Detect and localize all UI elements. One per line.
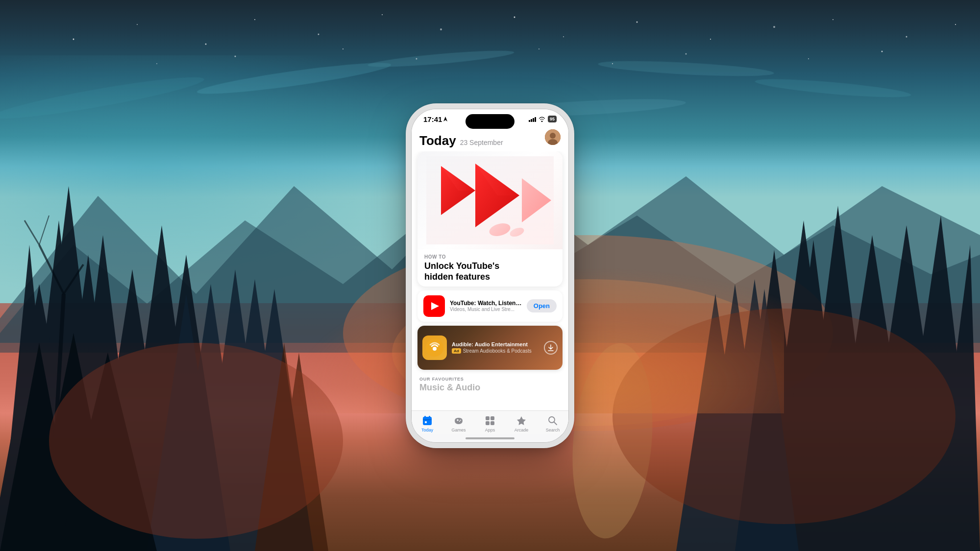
section-label: OUR FAVOURITES [419, 377, 561, 382]
games-tab-icon [453, 415, 465, 427]
audible-icon [422, 335, 447, 360]
svg-point-85 [433, 347, 437, 351]
arcade-tab-label: Arcade [514, 428, 529, 432]
svg-point-95 [459, 421, 460, 422]
avatar[interactable] [545, 129, 561, 145]
dynamic-island [466, 114, 514, 129]
wifi-icon [539, 116, 545, 122]
ad-name: Audible: Audio Entertainment [452, 341, 539, 347]
svg-rect-98 [486, 421, 490, 425]
feature-title: Unlock YouTube's hidden features [424, 261, 556, 283]
section-header: OUR FAVOURITES Music & Audio [412, 374, 568, 392]
feature-info: HOW TO Unlock YouTube's hidden features [417, 249, 563, 287]
arcade-tab-icon [515, 415, 527, 427]
phone-mockup: 17:41 95 [412, 109, 568, 442]
status-icons: 95 [529, 116, 557, 122]
svg-rect-90 [423, 419, 432, 420]
audible-logo [426, 339, 443, 357]
signal-icon [529, 116, 536, 122]
ad-card-audible[interactable]: Audible: Audio Entertainment Ad Stream A… [417, 326, 563, 370]
feature-image [417, 151, 563, 249]
apps-tab-icon [484, 415, 496, 427]
svg-line-101 [554, 422, 557, 425]
scroll-content: HOW TO Unlock YouTube's hidden features … [412, 151, 568, 434]
feature-artwork [426, 156, 554, 244]
tab-today[interactable]: Today [412, 415, 443, 432]
arcade-icon [516, 415, 527, 426]
svg-rect-88 [424, 416, 426, 418]
app-info: YouTube: Watch, Listen, Stream Videos, M… [450, 300, 522, 312]
app-store-content: Today 23 September [412, 125, 568, 434]
tab-apps[interactable]: Apps [474, 415, 506, 432]
today-date: 23 September [460, 139, 503, 146]
svg-rect-99 [490, 421, 494, 425]
search-tab-icon [547, 415, 559, 427]
svg-rect-91 [425, 421, 427, 423]
search-icon [547, 415, 558, 426]
apps-icon [485, 415, 495, 426]
iphone-frame: 17:41 95 [412, 109, 568, 442]
header-left: Today 23 September [419, 133, 503, 148]
ad-badge: Ad [452, 348, 461, 354]
games-tab-label: Games [451, 428, 466, 432]
svg-point-94 [460, 420, 461, 421]
open-button[interactable]: Open [527, 299, 557, 312]
svg-rect-89 [429, 416, 430, 418]
app-header: Today 23 September [412, 125, 568, 151]
youtube-icon [423, 295, 445, 317]
ad-info: Audible: Audio Entertainment Ad Stream A… [452, 341, 539, 354]
svg-rect-87 [423, 417, 432, 425]
ad-badge-row: Ad Stream Audiobooks & Podcasts [452, 348, 539, 354]
tab-games[interactable]: Games [443, 415, 474, 432]
tab-search[interactable]: Search [537, 415, 568, 432]
avatar-image [545, 129, 561, 145]
status-time: 17:41 [423, 115, 447, 123]
app-row-youtube[interactable]: YouTube: Watch, Listen, Stream Videos, M… [417, 290, 563, 322]
ad-overlay: Audible: Audio Entertainment Ad Stream A… [417, 326, 563, 370]
download-icon [547, 344, 554, 351]
today-icon [422, 415, 433, 426]
svg-point-74 [550, 133, 556, 139]
section-title-area: Music & Audio [419, 382, 561, 391]
svg-rect-97 [490, 416, 494, 420]
today-tab-icon [421, 415, 433, 427]
today-title: Today [419, 133, 456, 148]
tab-arcade[interactable]: Arcade [506, 415, 537, 432]
ad-subtitle: Stream Audiobooks & Podcasts [463, 348, 532, 354]
download-button[interactable] [544, 341, 558, 355]
games-icon [453, 415, 464, 426]
app-name: YouTube: Watch, Listen, Stream [450, 300, 522, 307]
app-subtitle: Videos, Music and Live Stre... [450, 307, 522, 312]
search-tab-label: Search [546, 428, 560, 432]
battery-level: 95 [548, 116, 557, 122]
svg-rect-96 [486, 416, 490, 420]
tab-bar: Today Games [412, 410, 568, 434]
section-title: Music & Audio [419, 383, 561, 391]
feature-card[interactable]: HOW TO Unlock YouTube's hidden features [417, 151, 563, 287]
how-to-label: HOW TO [424, 254, 556, 260]
apps-tab-label: Apps [485, 428, 495, 432]
svg-rect-93 [457, 419, 458, 421]
location-icon [443, 117, 447, 121]
today-tab-label: Today [421, 428, 433, 432]
